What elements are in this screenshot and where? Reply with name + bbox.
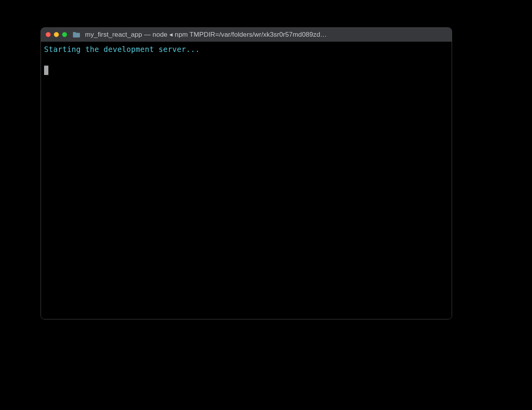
cursor-line xyxy=(44,66,449,76)
terminal-output-line: Starting the development server... xyxy=(44,44,449,55)
close-icon[interactable] xyxy=(46,32,51,37)
terminal-window: my_first_react_app — node ◂ npm TMPDIR=/… xyxy=(41,27,452,319)
title-bar[interactable]: my_first_react_app — node ◂ npm TMPDIR=/… xyxy=(41,28,452,42)
traffic-lights xyxy=(46,32,67,37)
window-title: my_first_react_app — node ◂ npm TMPDIR=/… xyxy=(85,30,447,39)
minimize-icon[interactable] xyxy=(54,32,59,37)
maximize-icon[interactable] xyxy=(62,32,67,37)
cursor-block-icon xyxy=(44,66,48,75)
folder-icon xyxy=(73,32,80,38)
terminal-body[interactable]: Starting the development server... xyxy=(41,42,452,319)
